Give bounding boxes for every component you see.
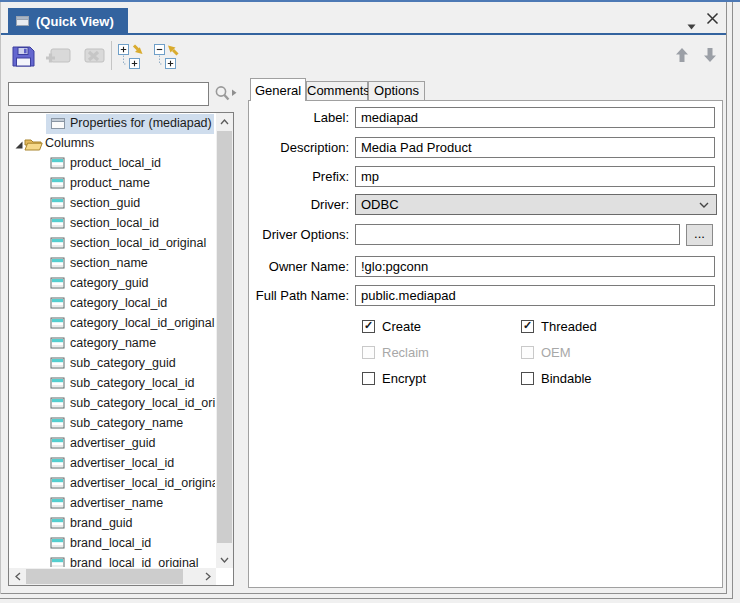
- tree-item-label: section_local_id_original: [70, 236, 206, 250]
- checkbox-icon[interactable]: [521, 372, 534, 385]
- scroll-down-icon[interactable]: [216, 551, 233, 568]
- tree-item-label: sub_category_guid: [70, 356, 176, 370]
- tree-item-column[interactable]: category_guid: [10, 274, 215, 294]
- scroll-left-icon[interactable]: [9, 568, 26, 585]
- tree-item-label: brand_local_id_original: [70, 556, 199, 567]
- window-icon: [15, 14, 31, 28]
- checkbox-threaded[interactable]: Threaded: [521, 318, 597, 334]
- tree-item-columns-folder[interactable]: Columns: [10, 134, 215, 154]
- table-column-icon: [50, 477, 65, 492]
- tree-item-label: sub_category_local_id_orig: [70, 396, 215, 410]
- expand-all-button[interactable]: [116, 42, 148, 70]
- toolbar-separator: [111, 41, 112, 70]
- tree-item-properties-root[interactable]: Properties for (mediapad): [10, 114, 215, 134]
- window-border: [0, 2, 1, 594]
- tree-item-column[interactable]: product_local_id: [10, 154, 215, 174]
- label-field[interactable]: [355, 107, 715, 128]
- checkbox-icon[interactable]: [521, 320, 534, 333]
- tree-item-column[interactable]: brand_local_id_original: [10, 554, 215, 567]
- table-column-icon: [50, 357, 65, 372]
- owner-name-field[interactable]: [355, 256, 715, 277]
- table-column-icon: [50, 557, 65, 567]
- full-path-name-field-label: Full Path Name:: [249, 285, 349, 306]
- checkbox-bindable[interactable]: Bindable: [521, 370, 592, 386]
- search-input[interactable]: [8, 82, 209, 106]
- tree-item-column[interactable]: advertiser_local_id: [10, 454, 215, 474]
- label-field-label: Label:: [249, 107, 349, 128]
- tree-item-label: brand_guid: [70, 516, 133, 530]
- tree-item-column[interactable]: advertiser_local_id_original: [10, 474, 215, 494]
- horizontal-scroll-thumb[interactable]: [26, 569, 183, 584]
- tab-options[interactable]: Options: [368, 81, 425, 100]
- tree-item-label: section_guid: [70, 196, 140, 210]
- checkbox-icon[interactable]: [362, 320, 375, 333]
- description-field-label: Description:: [249, 137, 349, 158]
- tree-item-column[interactable]: category_local_id_original: [10, 314, 215, 334]
- checkbox-create[interactable]: Create: [362, 318, 421, 334]
- tree-item-column[interactable]: sub_category_local_id: [10, 374, 215, 394]
- checkbox-encrypt[interactable]: Encrypt: [362, 370, 426, 386]
- tree-item-label: advertiser_guid: [70, 436, 155, 450]
- tree-item-label: product_name: [70, 176, 150, 190]
- tree-item-label: product_local_id: [70, 156, 161, 170]
- tree-item-column[interactable]: sub_category_guid: [10, 354, 215, 374]
- table-column-icon: [50, 237, 65, 252]
- tab-list-caret-icon[interactable]: [687, 16, 699, 26]
- tree-item-column[interactable]: brand_local_id: [10, 534, 215, 554]
- open-folder-icon: [24, 137, 43, 154]
- tree-item-column[interactable]: section_local_id_original: [10, 234, 215, 254]
- tree-horizontal-scrollbar[interactable]: [9, 568, 216, 585]
- search-icon[interactable]: [213, 85, 241, 103]
- tree-item-label: advertiser_name: [70, 496, 163, 510]
- expander-triangle-icon[interactable]: [14, 139, 24, 153]
- table-column-icon: [50, 497, 65, 512]
- tree-item-column[interactable]: category_local_id: [10, 294, 215, 314]
- tree-item-column[interactable]: brand_guid: [10, 514, 215, 534]
- tree-item-label: advertiser_local_id_original: [70, 476, 215, 490]
- full-path-name-field[interactable]: [355, 285, 715, 306]
- tree-item-column[interactable]: category_name: [10, 334, 215, 354]
- description-field[interactable]: [355, 137, 715, 158]
- tree-item-label: section_name: [70, 256, 148, 270]
- collapse-all-button[interactable]: [152, 42, 184, 70]
- move-down-button: [701, 45, 719, 65]
- driver-options-field[interactable]: [355, 224, 680, 245]
- delete-item-button: [79, 45, 109, 67]
- tree-item-column[interactable]: sub_category_local_id_orig: [10, 394, 215, 414]
- browse-button[interactable]: ...: [686, 224, 713, 246]
- tree-item-column[interactable]: sub_category_name: [10, 414, 215, 434]
- tree-item-column[interactable]: advertiser_name: [10, 494, 215, 514]
- tab-quick-view[interactable]: (Quick View): [8, 8, 128, 34]
- driver-dropdown[interactable]: ODBC: [355, 194, 717, 215]
- driver-field-label: Driver:: [249, 194, 349, 215]
- table-column-icon: [50, 437, 65, 452]
- tabstrip-underline: [0, 33, 726, 35]
- tree-item-column[interactable]: section_guid: [10, 194, 215, 214]
- tree-item-label: category_local_id: [70, 296, 167, 310]
- tree-item-label: section_local_id: [70, 216, 159, 230]
- tree-item-column[interactable]: section_name: [10, 254, 215, 274]
- window-border: [732, 2, 733, 599]
- prefix-field[interactable]: [355, 166, 715, 187]
- tree-item-column[interactable]: product_name: [10, 174, 215, 194]
- tree-item-column[interactable]: section_local_id: [10, 214, 215, 234]
- tree-vertical-scrollbar[interactable]: [216, 113, 233, 568]
- table-column-icon: [50, 457, 65, 472]
- tree-item-column[interactable]: advertiser_guid: [10, 434, 215, 454]
- close-icon[interactable]: [706, 11, 720, 25]
- save-button[interactable]: [9, 43, 37, 69]
- checkbox-icon[interactable]: [362, 372, 375, 385]
- tab-general[interactable]: General: [250, 78, 306, 101]
- tab-comments[interactable]: Comments: [306, 81, 368, 100]
- scroll-up-icon[interactable]: [216, 113, 233, 130]
- tree-item-label: sub_category_local_id: [70, 376, 194, 390]
- table-column-icon: [50, 257, 65, 272]
- scroll-right-icon[interactable]: [199, 568, 216, 585]
- vertical-scroll-thumb[interactable]: [217, 131, 232, 543]
- tree-item-label: category_name: [70, 336, 156, 350]
- add-panel-icon: [44, 46, 72, 66]
- table-column-icon: [50, 157, 65, 172]
- driver-dropdown-value: ODBC: [361, 197, 399, 212]
- properties-panel: Label: Description: Prefix: Driver: ODBC…: [248, 100, 723, 588]
- window-border: [0, 598, 733, 599]
